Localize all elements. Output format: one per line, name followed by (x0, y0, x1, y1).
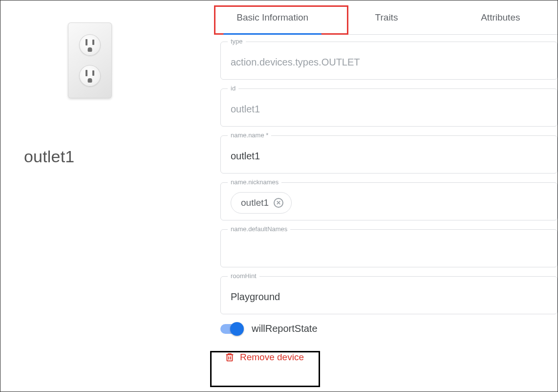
device-summary-panel: outlet1 (0, 0, 215, 392)
trash-icon (224, 352, 235, 363)
room-hint-input[interactable] (231, 291, 547, 303)
field-default-names-label: name.defaultNames (228, 225, 290, 233)
outlet-socket-icon (79, 34, 101, 56)
outlet-socket-icon (79, 65, 101, 87)
tab-attributes[interactable]: Attributes (444, 0, 558, 34)
field-id: id outlet1 (220, 88, 558, 127)
basic-info-form: type action.devices.types.OUTLET id outl… (215, 35, 558, 368)
field-type-label: type (228, 38, 246, 45)
field-default-names[interactable]: name.defaultNames (220, 229, 558, 267)
field-room-hint-label: roomHint (228, 272, 259, 280)
remove-device-button[interactable]: Remove device (217, 347, 311, 368)
field-type: type action.devices.types.OUTLET (220, 42, 558, 80)
field-room-hint[interactable]: roomHint (220, 276, 558, 314)
device-title: outlet1 (24, 147, 215, 166)
outlet-plate-icon (68, 22, 112, 98)
svg-rect-0 (227, 355, 233, 361)
field-nicknames-label: name.nicknames (228, 178, 281, 186)
field-name-label: name.name * (228, 131, 271, 139)
device-image (68, 22, 215, 98)
field-id-value: outlet1 (231, 104, 547, 115)
field-type-value: action.devices.types.OUTLET (231, 57, 547, 68)
name-input[interactable] (231, 151, 547, 162)
tab-basic-information[interactable]: Basic Information (215, 0, 329, 34)
default-names-input[interactable] (231, 244, 547, 256)
will-report-state-toggle[interactable] (220, 324, 243, 334)
remove-chip-icon[interactable] (274, 198, 283, 208)
nickname-chip-label: outlet1 (241, 197, 269, 208)
tab-bar: Basic Information Traits Attributes (215, 0, 558, 35)
tab-traits[interactable]: Traits (329, 0, 443, 34)
field-nicknames[interactable]: name.nicknames outlet1 (220, 182, 558, 220)
field-name[interactable]: name.name * (220, 135, 558, 174)
will-report-state-label: willReportState (252, 323, 318, 334)
remove-device-label: Remove device (240, 352, 304, 363)
nickname-chip[interactable]: outlet1 (231, 192, 292, 214)
field-id-label: id (228, 85, 238, 92)
